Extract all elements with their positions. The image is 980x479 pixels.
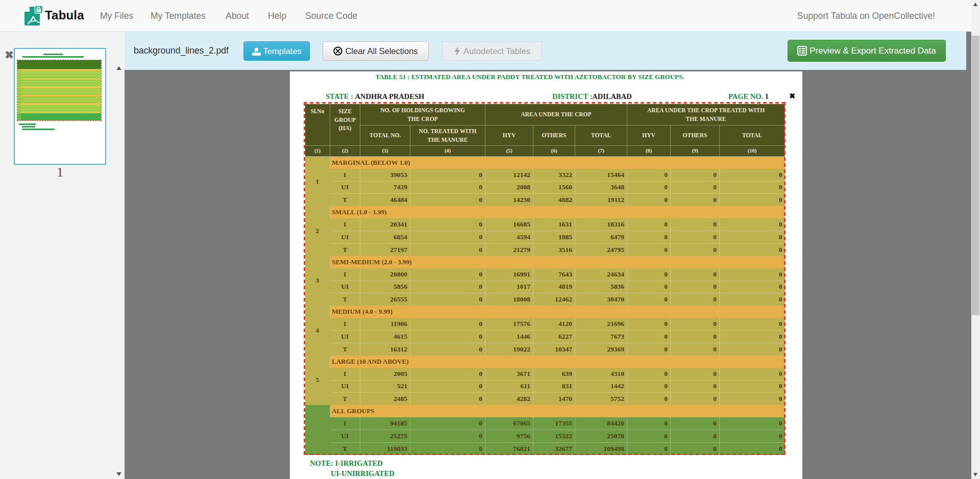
scrollbar-up-icon[interactable] [973, 3, 977, 6]
sidebar-scroll-up-icon[interactable] [116, 66, 121, 70]
tabula-logo-icon[interactable] [22, 5, 43, 27]
pdf-note-line-2: UI-UNIRRIGATED [331, 469, 395, 478]
selection-close-icon[interactable]: ✖ [789, 92, 795, 100]
mini-band [17, 95, 101, 97]
pdf-doc-title: TABLE 5J : ESTIMATED AREA UNDER PADDY TR… [290, 73, 770, 81]
autodetect-tables-button[interactable]: Autodetect Tables [442, 41, 542, 61]
mini-band [17, 103, 101, 105]
nav-source-code[interactable]: Source Code [305, 0, 357, 32]
toolbar: background_lines_2.pdf Templates Clear A… [125, 32, 966, 70]
mini-title-line-2 [22, 56, 84, 58]
preview-button-label: Preview & Export Extracted Data [810, 46, 936, 56]
pageno-value: 1 [765, 92, 769, 100]
mini-note-line-1 [19, 123, 36, 125]
state-value: ANDHRA PRADESH [355, 92, 424, 100]
brand-title[interactable]: Tabula [45, 0, 84, 32]
pdf-state-line: STATE : ANDHRA PRADESH [326, 92, 424, 101]
mini-band [17, 78, 101, 80]
pdf-pageno-line: PAGE NO. 1 [728, 92, 769, 101]
nav-support-tabula[interactable]: Support Tabula on OpenCollective! [797, 0, 935, 32]
preview-export-button[interactable]: Preview & Export Extracted Data [788, 40, 946, 62]
templates-button[interactable]: Templates [243, 41, 310, 61]
page-thumbnail[interactable] [14, 48, 106, 165]
selection-border-top [304, 102, 786, 104]
mini-table-header [17, 60, 101, 69]
thumbnail-selection-box [17, 60, 102, 121]
th-list-icon [797, 46, 807, 56]
selection-border-right [784, 102, 786, 455]
lightning-icon [454, 46, 461, 56]
pdf-page[interactable]: TABLE 5J : ESTIMATED AREA UNDER PADDY TR… [290, 71, 802, 479]
mini-band [17, 69, 101, 71]
autodetect-button-label: Autodetect Tables [463, 46, 530, 56]
templates-icon [252, 46, 261, 56]
state-label: STATE : [326, 92, 353, 100]
mini-band [17, 86, 101, 88]
district-label: DISTRICT : [552, 92, 592, 100]
district-value: ADILABAD [592, 92, 631, 100]
clear-button-label: Clear All Selections [345, 46, 418, 56]
selection-box[interactable]: ✖ [304, 102, 786, 455]
mini-sl-column [17, 69, 21, 120]
mini-note-line-2 [22, 126, 35, 128]
selection-border-bottom [304, 453, 786, 455]
nav-help[interactable]: Help [268, 0, 286, 32]
filename-label: background_lines_2.pdf [134, 32, 229, 70]
mini-title-line-1 [43, 54, 63, 55]
templates-button-label: Templates [263, 46, 301, 56]
mini-note-line-3 [22, 129, 55, 130]
pageno-label: PAGE NO. [728, 92, 763, 100]
pdf-viewport: TABLE 5J : ESTIMATED AREA UNDER PADDY TR… [125, 32, 971, 479]
pdf-note-line-1: NOTE: I-IRRIGATED [310, 459, 383, 468]
pdf-district-line: DISTRICT :ADILABAD [552, 92, 632, 101]
nav-my-files[interactable]: My Files [100, 0, 133, 32]
selection-border-left [304, 102, 305, 455]
nav-my-templates[interactable]: My Templates [151, 0, 206, 32]
scrollbar-down-icon[interactable] [973, 473, 977, 476]
navbar: Tabula My Files My Templates About Help … [0, 0, 980, 32]
sidebar-scroll-down-icon[interactable] [116, 472, 121, 476]
thumbnail-page-number: 1 [14, 165, 106, 180]
clear-all-selections-button[interactable]: Clear All Selections [323, 41, 429, 61]
remove-circle-icon [333, 46, 342, 56]
vertical-scrollbar[interactable] [971, 0, 980, 479]
scrollbar-thumb[interactable] [972, 36, 979, 315]
thumbnail-sidebar: ✖ 1 [0, 32, 125, 479]
nav-about[interactable]: About [226, 0, 249, 32]
mini-all-groups [17, 113, 101, 120]
